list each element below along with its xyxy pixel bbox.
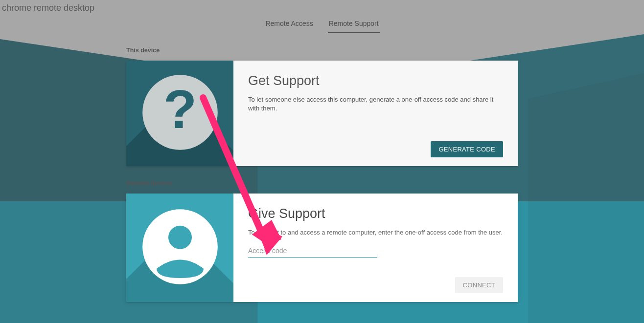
card-get-support: ? Get Support To let someone else access…	[126, 61, 518, 166]
access-code-field-wrap	[248, 245, 377, 258]
app-title: chrome remote desktop	[0, 0, 644, 14]
question-mark-icon: ?	[141, 73, 219, 153]
tab-bar: Remote Access Remote Support	[0, 17, 644, 33]
get-support-title: Get Support	[248, 73, 503, 88]
give-support-description: To connect to and access a remote comput…	[248, 228, 503, 237]
svg-point-3	[168, 226, 192, 249]
give-support-title: Give Support	[248, 206, 503, 221]
connect-button[interactable]: CONNECT	[455, 277, 503, 293]
tab-remote-access[interactable]: Remote Access	[264, 17, 314, 33]
section-label-this-device: This device	[126, 47, 518, 54]
generate-code-button[interactable]: GENERATE CODE	[431, 141, 503, 157]
svg-text:?: ?	[163, 79, 196, 140]
background-wedge-right-accent	[528, 73, 644, 323]
card-give-support: Give Support To connect to and access a …	[126, 194, 518, 302]
main-content: This device ? Get Support To let someone…	[126, 33, 518, 302]
give-support-tile	[126, 194, 233, 302]
section-label-remote-devices: Remote devices	[126, 180, 518, 187]
get-support-tile: ?	[126, 61, 233, 166]
person-icon	[141, 208, 219, 288]
access-code-input[interactable]	[248, 245, 377, 258]
get-support-description: To let someone else access this computer…	[248, 95, 503, 113]
tab-remote-support[interactable]: Remote Support	[328, 17, 380, 33]
